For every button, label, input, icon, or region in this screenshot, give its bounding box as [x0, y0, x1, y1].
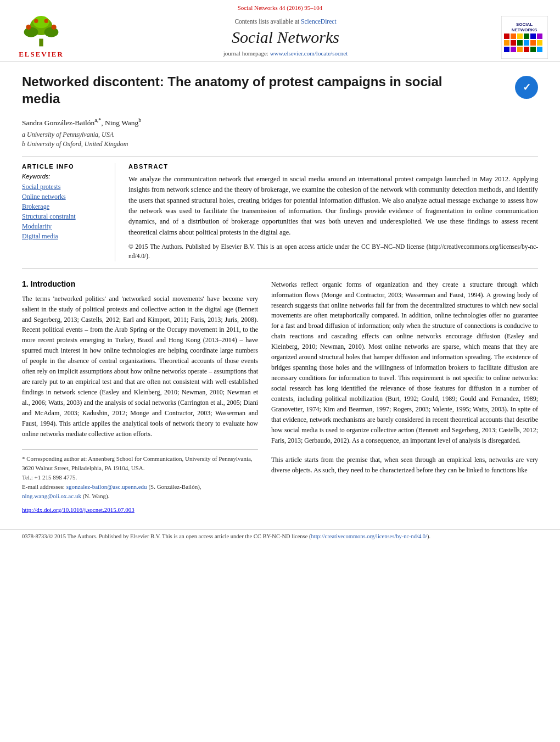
social-networks-logo: SOCIAL NETWORKS [500, 15, 549, 59]
crossmark-badge[interactable]: ✓ [515, 76, 538, 99]
keyword-online-networks[interactable]: Online networks [22, 192, 106, 202]
journal-title-header: Social Networks [71, 28, 500, 47]
affiliations: a University of Pennsylvania, USA b Univ… [22, 131, 538, 148]
svg-text:SOCIAL: SOCIAL [516, 22, 532, 27]
keyword-modularity[interactable]: Modularity [22, 221, 106, 231]
svg-rect-25 [511, 47, 516, 52]
svg-rect-21 [524, 40, 529, 46]
bottom-license-link[interactable]: http://creativecommons.org/licenses/by-n… [311, 533, 428, 539]
left-column: 1. Introduction The terms 'networked pol… [22, 280, 258, 514]
abstract-section: ABSTRACT We analyze the communication ne… [128, 163, 538, 261]
journal-ref: Social Networks 44 (2016) 95–104 [11, 4, 549, 11]
footnote-section: * Corresponding author at: Annenberg Sch… [22, 449, 258, 501]
svg-rect-13 [511, 34, 516, 39]
keywords-list: Social protests Online networks Brokerag… [22, 182, 106, 241]
page: Social Networks 44 (2016) 95–104 E [0, 0, 560, 543]
authors-line: Sandra González-Bailóna,*, Ning Wangb [22, 117, 538, 127]
svg-point-3 [44, 27, 59, 37]
intro-right-text: Networks reflect organic forms of organi… [271, 280, 538, 446]
article-content: Networked discontent: The anatomy of pro… [0, 62, 560, 524]
svg-rect-24 [504, 47, 509, 52]
sn-logo-icon: SOCIAL NETWORKS [501, 16, 548, 59]
svg-point-5 [26, 25, 31, 30]
svg-point-6 [51, 25, 56, 30]
svg-rect-17 [537, 34, 542, 39]
journal-center: Contents lists available at ScienceDirec… [71, 18, 500, 57]
article-info-label: ARTICLE INFO [22, 163, 106, 170]
intro-right-text2: This article starts from the premise tha… [271, 455, 538, 476]
elsevier-label: ELSEVIER [19, 50, 64, 59]
svg-rect-12 [504, 34, 509, 39]
keyword-social-protests[interactable]: Social protests [22, 182, 106, 192]
svg-rect-0 [39, 39, 43, 47]
affiliation-a: a University of Pennsylvania, USA [22, 131, 538, 139]
affiliation-b: b University of Oxford, United Kingdom [22, 140, 538, 148]
svg-rect-15 [524, 34, 529, 39]
elsevier-logo: ELSEVIER [11, 16, 71, 59]
footnote-star: * Corresponding author at: Annenberg Sch… [22, 454, 258, 473]
bottom-bar: 0378-8733/© 2015 The Authors. Published … [0, 529, 560, 543]
svg-text:NETWORKS: NETWORKS [511, 27, 537, 32]
keyword-brokerage[interactable]: Brokerage [22, 202, 106, 211]
doi-link[interactable]: http://dx.doi.org/10.1016/j.socnet.2015.… [22, 506, 135, 513]
abstract-text: We analyze the communication network tha… [128, 174, 538, 238]
elsevier-tree-icon [19, 16, 63, 49]
email2-link[interactable]: ning.wang@oii.ox.ac.uk [22, 493, 81, 499]
svg-rect-20 [517, 40, 523, 46]
homepage-link[interactable]: www.elsevier.com/locate/socnet [270, 50, 348, 57]
journal-header: Social Networks 44 (2016) 95–104 E [0, 0, 560, 62]
svg-rect-26 [517, 47, 523, 52]
svg-rect-19 [511, 40, 516, 46]
contents-line: Contents lists available at ScienceDirec… [71, 18, 500, 25]
svg-rect-27 [524, 47, 529, 52]
article-info-abstract: ARTICLE INFO Keywords: Social protests O… [22, 156, 538, 269]
svg-point-7 [34, 19, 38, 23]
svg-rect-29 [537, 47, 542, 52]
footnote-tel: Tel.: +1 215 898 4775. [22, 473, 258, 482]
abstract-label: ABSTRACT [128, 163, 538, 170]
svg-point-8 [44, 19, 48, 23]
email1-link[interactable]: sgonzalez-bailon@asc.upenn.edu [66, 483, 147, 490]
copyright-line: © 2015 The Authors. Published by Elsevie… [128, 242, 538, 261]
svg-rect-16 [530, 34, 536, 39]
author-gonzalez: Sandra González-Bailón [22, 119, 94, 127]
right-column: Networks reflect organic forms of organi… [271, 280, 538, 514]
svg-rect-22 [530, 40, 536, 46]
article-title-section: Networked discontent: The anatomy of pro… [22, 73, 538, 111]
svg-point-2 [24, 27, 38, 37]
article-title: Networked discontent: The anatomy of pro… [22, 73, 472, 107]
intro-heading: 1. Introduction [22, 280, 258, 288]
author-wang: Ning Wang [105, 119, 138, 127]
intro-left-text: The terms 'networked politics' and 'netw… [22, 294, 258, 439]
svg-rect-28 [530, 47, 536, 52]
sciencedirect-link[interactable]: ScienceDirect [301, 18, 337, 25]
article-info-panel: ARTICLE INFO Keywords: Social protests O… [22, 163, 115, 261]
keyword-structural-constraint[interactable]: Structural constraint [22, 211, 106, 221]
footnote-email: E-mail addresses: sgonzalez-bailon@asc.u… [22, 482, 258, 501]
keyword-digital-media[interactable]: Digital media [22, 231, 106, 241]
svg-rect-23 [537, 40, 542, 46]
bottom-text: 0378-8733/© 2015 The Authors. Published … [22, 533, 430, 539]
journal-homepage: journal homepage: www.elsevier.com/locat… [71, 50, 500, 57]
keywords-label: Keywords: [22, 173, 106, 180]
crossmark-icon: ✓ [523, 81, 531, 93]
doi-section: http://dx.doi.org/10.1016/j.socnet.2015.… [22, 506, 258, 513]
svg-rect-18 [504, 40, 509, 46]
body-columns: 1. Introduction The terms 'networked pol… [22, 280, 538, 514]
svg-rect-14 [517, 34, 523, 39]
